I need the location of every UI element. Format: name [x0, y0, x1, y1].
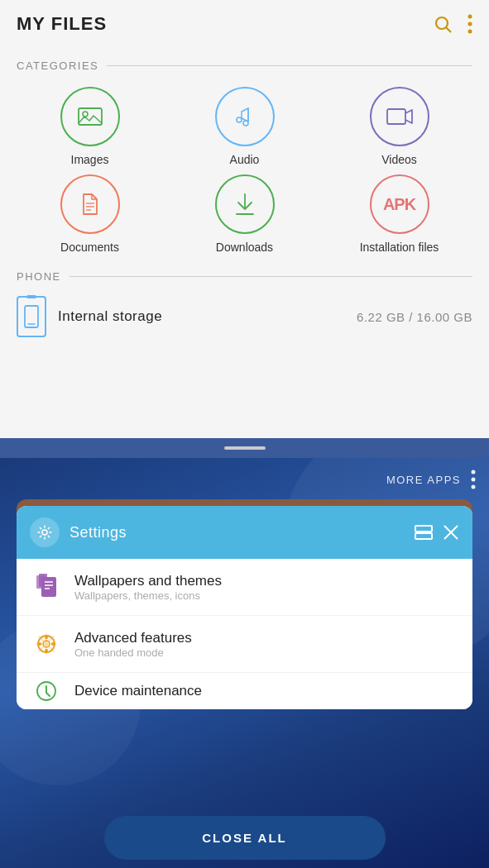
advanced-text: Advanced features One handed mode [74, 630, 458, 659]
my-files-screen: MY FILES CATEGORIES [0, 0, 489, 438]
categories-grid: Images Audio Videos [0, 79, 489, 262]
svg-point-2 [468, 15, 472, 19]
svg-point-36 [51, 642, 55, 646]
svg-rect-5 [79, 108, 102, 125]
phone-storage-icon [17, 296, 46, 337]
close-card-button[interactable] [443, 524, 459, 541]
svg-point-6 [83, 112, 88, 117]
wallpapers-title: Wallpapers and themes [74, 573, 458, 589]
audio-label: Audio [230, 153, 260, 166]
settings-card-header: Settings [17, 506, 472, 559]
category-images[interactable]: Images [17, 87, 163, 166]
svg-point-4 [468, 30, 472, 34]
svg-point-20 [42, 530, 47, 535]
settings-card[interactable]: Settings [17, 506, 472, 709]
storage-info: Internal storage [58, 308, 345, 325]
advanced-subtitle: One handed mode [74, 646, 458, 659]
more-options-button[interactable] [467, 14, 472, 34]
svg-rect-22 [415, 533, 432, 539]
downloads-label: Downloads [216, 241, 273, 254]
svg-point-3 [468, 22, 472, 26]
images-label: Images [71, 153, 109, 166]
svg-rect-27 [41, 577, 56, 597]
svg-point-35 [38, 642, 41, 646]
documents-icon-circle [60, 174, 120, 234]
advanced-icon [31, 629, 61, 659]
advanced-title: Advanced features [74, 630, 458, 646]
videos-label: Videos [381, 153, 417, 166]
menu-item-advanced[interactable]: Advanced features One handed mode [17, 616, 472, 673]
drag-bar [224, 446, 266, 450]
drag-handle[interactable] [0, 438, 489, 458]
category-downloads[interactable]: Downloads [171, 174, 318, 254]
category-videos[interactable]: Videos [326, 87, 472, 166]
svg-rect-9 [387, 109, 405, 124]
resize-button[interactable] [415, 525, 433, 540]
installation-icon-circle: APK [370, 174, 429, 234]
close-all-bar: CLOSE ALL [104, 816, 386, 860]
svg-point-7 [237, 117, 242, 122]
categories-label: CATEGORIES [0, 48, 489, 79]
svg-rect-21 [415, 526, 432, 532]
storage-size: 6.22 GB / 16.00 GB [357, 310, 472, 324]
audio-icon-circle [215, 87, 275, 146]
menu-item-wallpapers[interactable]: Wallpapers and themes Wallpapers, themes… [17, 559, 472, 616]
settings-header-left: Settings [30, 517, 127, 547]
svg-point-33 [45, 636, 48, 639]
category-documents[interactable]: Documents [17, 174, 163, 254]
svg-point-8 [243, 121, 248, 126]
cards-stack: Settings [17, 496, 472, 711]
menu-item-device-maintenance[interactable]: Device maintenance [17, 673, 472, 709]
phone-label: PHONE [0, 262, 489, 288]
close-all-button[interactable]: CLOSE ALL [104, 816, 386, 860]
device-maintenance-icon [31, 676, 61, 706]
images-icon-circle [60, 87, 120, 146]
search-button[interactable] [433, 14, 453, 34]
documents-label: Documents [60, 241, 119, 254]
recent-apps-screen: MORE APPS Setting [0, 458, 489, 868]
settings-header-right [415, 524, 459, 541]
device-maintenance-text: Device maintenance [74, 683, 458, 699]
wallpapers-icon [31, 572, 61, 602]
svg-point-34 [45, 649, 48, 652]
installation-label: Installation files [360, 241, 439, 254]
storage-name: Internal storage [58, 308, 345, 325]
category-installation[interactable]: APK Installation files [326, 174, 472, 254]
downloads-icon-circle [215, 174, 275, 234]
svg-line-1 [447, 28, 452, 33]
settings-card-title: Settings [70, 524, 127, 541]
category-audio[interactable]: Audio [171, 87, 318, 166]
wallpapers-subtitle: Wallpapers, themes, icons [74, 589, 458, 602]
wallpapers-text: Wallpapers and themes Wallpapers, themes… [74, 573, 458, 602]
svg-point-0 [436, 17, 448, 29]
settings-gear-icon [30, 517, 60, 547]
device-maintenance-title: Device maintenance [74, 683, 458, 699]
storage-row[interactable]: Internal storage 6.22 GB / 16.00 GB [0, 288, 489, 346]
page-title: MY FILES [17, 13, 107, 35]
top-header: MY FILES [0, 0, 489, 48]
header-actions [433, 14, 472, 34]
videos-icon-circle [370, 87, 429, 146]
